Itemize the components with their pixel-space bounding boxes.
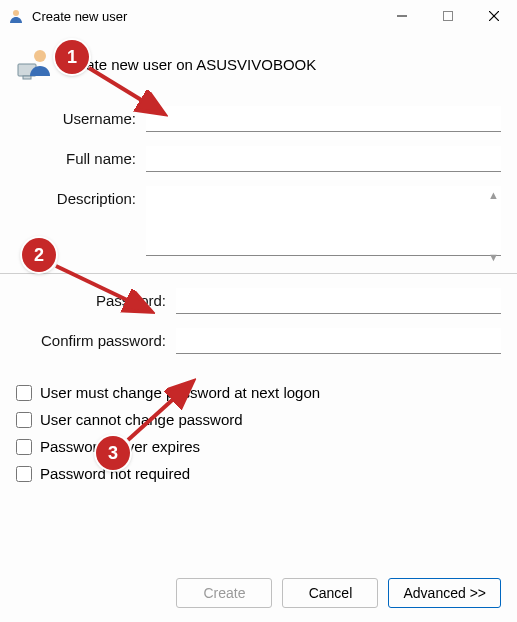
window-title: Create new user xyxy=(32,9,127,24)
scroll-up-icon[interactable]: ▲ xyxy=(488,190,499,201)
identity-section: Username: Full name: Description: ▲ ▼ xyxy=(0,106,517,259)
row-fullname: Full name: xyxy=(16,146,501,172)
user-icon xyxy=(8,8,24,24)
chk-cannot-change[interactable]: User cannot change password xyxy=(16,411,501,428)
svg-rect-6 xyxy=(23,76,31,79)
fullname-field[interactable] xyxy=(146,146,501,172)
chk-never-expires-label: Password never expires xyxy=(40,438,200,455)
chk-not-required-label: Password not required xyxy=(40,465,190,482)
chk-must-change[interactable]: User must change password at next logon xyxy=(16,384,501,401)
label-description: Description: xyxy=(16,186,146,207)
row-description: Description: ▲ ▼ xyxy=(16,186,501,259)
minimize-button[interactable] xyxy=(379,0,425,32)
close-button[interactable] xyxy=(471,0,517,32)
scroll-down-icon[interactable]: ▼ xyxy=(488,252,499,263)
label-confirm-password: Confirm password: xyxy=(16,328,176,349)
password-section: Password: Confirm password: xyxy=(0,288,517,354)
chk-not-required-box[interactable] xyxy=(16,466,32,482)
svg-point-7 xyxy=(34,50,46,62)
description-scroll[interactable]: ▲ ▼ xyxy=(488,186,499,267)
svg-rect-2 xyxy=(444,12,453,21)
chk-not-required[interactable]: Password not required xyxy=(16,465,501,482)
cancel-button[interactable]: Cancel xyxy=(282,578,378,608)
password-options: User must change password at next logon … xyxy=(0,368,517,482)
chk-must-change-box[interactable] xyxy=(16,385,32,401)
description-field[interactable] xyxy=(146,186,501,256)
create-button[interactable]: Create xyxy=(176,578,272,608)
dialog-header: Create new user on ASUSVIVOBOOK xyxy=(0,32,517,92)
row-username: Username: xyxy=(16,106,501,132)
row-password: Password: xyxy=(16,288,501,314)
chk-never-expires[interactable]: Password never expires xyxy=(16,438,501,455)
dialog-footer: Create Cancel Advanced >> xyxy=(176,578,501,608)
maximize-button[interactable] xyxy=(425,0,471,32)
chk-cannot-change-box[interactable] xyxy=(16,412,32,428)
titlebar: Create new user xyxy=(0,0,517,32)
label-fullname: Full name: xyxy=(16,146,146,167)
user-computer-icon xyxy=(16,46,52,82)
label-password: Password: xyxy=(16,288,176,309)
row-confirm-password: Confirm password: xyxy=(16,328,501,354)
chk-never-expires-box[interactable] xyxy=(16,439,32,455)
chk-must-change-label: User must change password at next logon xyxy=(40,384,320,401)
advanced-button[interactable]: Advanced >> xyxy=(388,578,501,608)
username-field[interactable] xyxy=(146,106,501,132)
confirm-password-field[interactable] xyxy=(176,328,501,354)
create-user-window: Create new user Create new user on ASUSV… xyxy=(0,0,517,622)
dialog-heading: Create new user on ASUSVIVOBOOK xyxy=(62,56,316,73)
svg-point-0 xyxy=(13,10,19,16)
chk-cannot-change-label: User cannot change password xyxy=(40,411,243,428)
label-username: Username: xyxy=(16,106,146,127)
section-divider xyxy=(0,273,517,274)
password-field[interactable] xyxy=(176,288,501,314)
